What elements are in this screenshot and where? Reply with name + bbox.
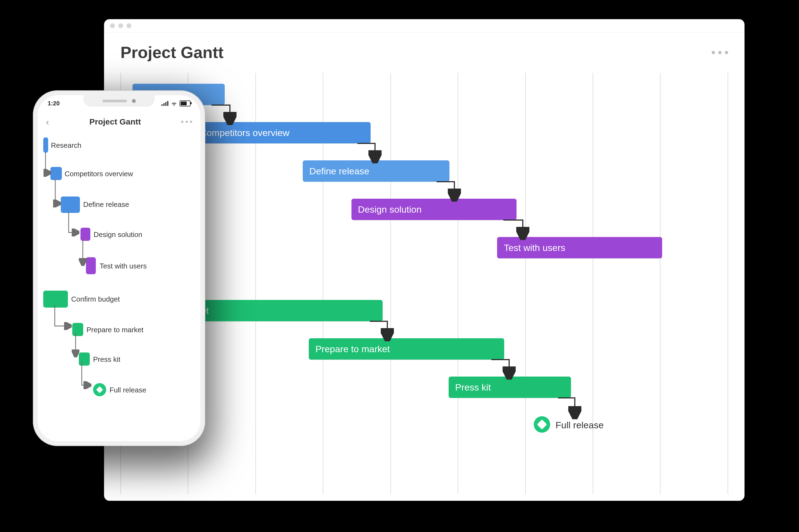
phone-statusbar: 1:20	[38, 98, 201, 109]
phone-more-button[interactable]	[181, 121, 192, 123]
back-button[interactable]: ‹	[46, 117, 49, 127]
gantt-chart[interactable]: Research Competitors overview Define rel…	[120, 73, 728, 494]
dot-icon	[718, 51, 722, 54]
battery-icon	[179, 100, 191, 107]
signal-icon	[161, 101, 169, 106]
dependency-arrows	[42, 135, 196, 436]
more-menu-button[interactable]	[712, 51, 728, 54]
traffic-light-icon[interactable]	[127, 23, 131, 28]
phone-header: ‹ Project Gantt	[38, 112, 201, 131]
dot-icon	[725, 51, 728, 54]
wifi-icon	[171, 101, 177, 106]
phone-screen: 1:20 ‹ Project Gantt	[38, 95, 201, 441]
dependency-arrows	[120, 73, 728, 494]
traffic-light-icon[interactable]	[110, 23, 115, 28]
window-titlebar	[104, 19, 744, 33]
dot-icon	[186, 121, 188, 123]
page-title: Project Gantt	[120, 43, 224, 62]
status-time: 1:20	[47, 100, 60, 107]
traffic-light-icon[interactable]	[118, 23, 123, 28]
dot-icon	[712, 51, 715, 54]
phone-title: Project Gantt	[89, 117, 141, 127]
phone-gantt[interactable]: Research Competitors overview Define rel…	[38, 134, 201, 441]
dot-icon	[190, 121, 192, 123]
dot-icon	[181, 121, 184, 123]
phone-device: 1:20 ‹ Project Gantt	[33, 90, 205, 446]
